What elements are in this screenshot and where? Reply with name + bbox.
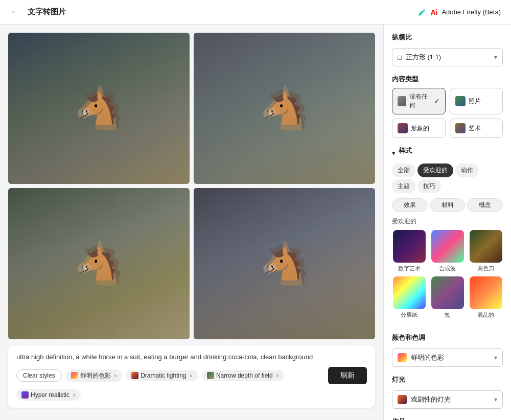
generated-image-4: 🐴 [194,188,375,339]
main-layout: 🐴 🐴 🐴 🐴 [0,25,511,420]
content-none-label: 没有任何 [409,92,430,110]
tag-vivid: 鲜明的色彩 × [66,369,122,382]
style-layer[interactable]: 分层纸 [392,276,426,319]
aspect-ratio-left: □ 正方形 (1:1) [398,53,441,62]
style-digital-label: 数字艺术 [398,265,421,272]
composition-section: 作品 窄景深 ▾ [392,417,503,420]
tag-narrow: Narrow depth of field × [202,370,284,381]
content-type-grid: 没有任何 ✓ 照片 形象的 艺术 [392,88,503,138]
style-lut-img [470,230,502,263]
remove-dramatic-tag[interactable]: × [190,373,193,379]
styles-title: 样式 [399,146,412,155]
content-type-figure[interactable]: 形象的 [392,119,446,138]
image-cell-4[interactable]: 🐴 [194,188,375,339]
none-checkmark: ✓ [434,97,440,105]
style-tab-skill[interactable]: 技巧 [417,179,441,193]
generated-image-2: 🐴 [194,33,375,184]
lighting-title: 灯光 [392,375,503,384]
color-tone-title: 颜色和色调 [392,333,503,342]
lighting-dropdown[interactable]: 戏剧性的灯光 ▾ [392,390,503,409]
tag-hyper: Hyper realistic × [16,389,81,401]
style-qi-img [431,276,464,309]
image-cell-2[interactable]: 🐴 [194,33,375,184]
style-synth-label: 合成波 [439,265,456,272]
header-right: 🧪 Ai Adobe Firefly (Beta) [418,8,501,16]
prompt-area: ultra high definition, a white horse in … [8,345,375,408]
style-digital[interactable]: 数字艺术 [392,230,426,272]
sidebar: 纵横比 □ 正方形 (1:1) ▾ 内容类型 没有任何 ✓ 照片 [383,25,511,420]
style-tab-theme[interactable]: 主题 [392,179,415,193]
style-synth-img [431,230,464,263]
prompt-text: ultra high definition, a white horse in … [16,353,367,362]
filter-effect[interactable]: 效果 [392,198,428,212]
lighting-section: 灯光 戏剧性的灯光 ▾ [392,375,503,409]
content-type-none[interactable]: 没有任何 ✓ [392,88,446,114]
content-figure-label: 形象的 [411,124,429,133]
content-type-title: 内容类型 [392,75,503,84]
tag-vivid-label: 鲜明的色彩 [80,371,111,380]
filter-concept[interactable]: 概念 [467,198,503,212]
remove-hyper-tag[interactable]: × [73,392,76,398]
firefly-badge: Adobe Firefly (Beta) [442,8,501,16]
photo-icon [455,96,466,106]
style-chaos[interactable]: 混乱的 [469,276,503,319]
style-synth[interactable]: 合成波 [430,230,464,272]
image-grid: 🐴 🐴 🐴 🐴 [8,33,375,339]
prompt-actions: Clear styles 鲜明的色彩 × Dramatic lighting ×… [16,367,367,384]
color-tone-value: 鲜明的色彩 [411,353,444,362]
content-art-label: 艺术 [469,124,481,133]
adobe-logo: Ai [430,8,437,16]
back-button[interactable]: ← [10,7,19,17]
tag-hyper-label: Hyper realistic [31,391,69,399]
page-title: 文字转图片 [28,7,410,17]
tag-narrow-label: Narrow depth of field [216,372,273,379]
tag-dramatic: Dramatic lighting × [126,370,198,381]
style-digital-img [393,230,426,263]
canvas-area: 🐴 🐴 🐴 🐴 [0,25,383,420]
aspect-ratio-chevron: ▾ [494,54,497,61]
color-tone-dropdown[interactable]: 鲜明的色彩 ▾ [392,348,503,367]
aspect-ratio-title: 纵横比 [392,33,503,42]
style-tab-popular[interactable]: 受欢迎的 [417,164,453,177]
style-lut[interactable]: 调色刀 [469,230,503,272]
style-layer-img [393,276,426,309]
figure-icon [398,123,408,133]
style-tab-all[interactable]: 全部 [392,164,415,177]
generated-image-3: 🐴 [8,188,190,339]
tag-dramatic-label: Dramatic lighting [141,372,186,379]
popular-style-grid: 数字艺术 合成波 调色刀 分层纸 氪 [392,230,503,319]
lighting-chevron: ▾ [494,396,497,403]
style-qi-label: 氪 [445,311,450,319]
art-icon [455,123,466,133]
styles-collapse-icon: ▾ [392,149,396,157]
style-filter-row: 效果 材料 概念 [392,198,503,212]
style-qi[interactable]: 氪 [430,276,464,319]
dramatic-dropdown-icon [398,395,407,404]
style-tabs: 全部 受欢迎的 动作 主题 技巧 [392,164,503,193]
aspect-ratio-icon: □ [398,54,402,61]
remove-vivid-tag[interactable]: × [114,373,117,379]
content-type-art[interactable]: 艺术 [450,119,503,138]
color-tone-left: 鲜明的色彩 [398,353,444,362]
content-type-photo[interactable]: 照片 [450,88,503,114]
refresh-button[interactable]: 刷新 [328,367,367,384]
style-tab-action[interactable]: 动作 [455,164,479,177]
aspect-ratio-dropdown[interactable]: □ 正方形 (1:1) ▾ [392,48,503,66]
image-cell-3[interactable]: 🐴 [8,188,190,339]
remove-narrow-tag[interactable]: × [276,373,279,379]
composition-title: 作品 [392,417,503,420]
dramatic-icon [131,372,138,379]
aspect-ratio-value: 正方形 (1:1) [406,53,441,62]
none-icon [398,96,406,106]
app-header: ← 文字转图片 🧪 Ai Adobe Firefly (Beta) [0,0,511,25]
clear-styles-button[interactable]: Clear styles [16,369,62,382]
vivid-dropdown-icon [398,353,407,362]
filter-material[interactable]: 材料 [430,198,466,212]
image-cell-1[interactable]: 🐴 [8,33,190,184]
styles-section: ▾ 样式 全部 受欢迎的 动作 主题 技巧 效果 材料 概念 受欢迎的 数字艺术 [392,146,503,325]
narrow-icon [207,372,214,379]
vivid-icon [71,372,78,379]
style-layer-label: 分层纸 [401,311,417,319]
content-type-section: 内容类型 没有任何 ✓ 照片 形象的 艺术 [392,75,503,138]
popular-title: 受欢迎的 [392,217,503,226]
